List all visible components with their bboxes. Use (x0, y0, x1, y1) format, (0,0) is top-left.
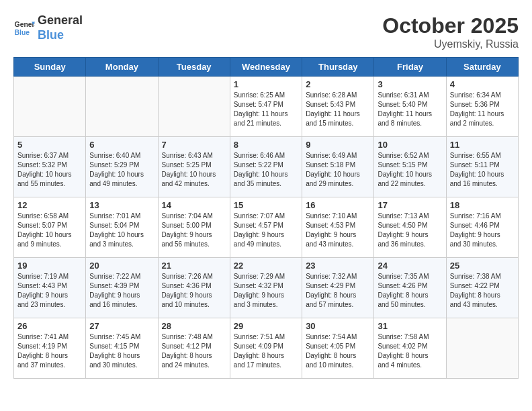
day-number: 21 (162, 261, 226, 271)
day-info: Sunrise: 7:54 AM Sunset: 4:05 PM Dayligh… (306, 332, 370, 370)
day-number: 23 (306, 261, 370, 271)
weekday-header: Sunday (14, 58, 86, 77)
calendar-cell: 7Sunrise: 6:43 AM Sunset: 5:25 PM Daylig… (158, 137, 230, 197)
calendar-cell: 13Sunrise: 7:01 AM Sunset: 5:04 PM Dayli… (86, 197, 158, 258)
day-info: Sunrise: 6:40 AM Sunset: 5:29 PM Dayligh… (89, 151, 154, 189)
day-number: 25 (450, 261, 515, 271)
day-info: Sunrise: 6:58 AM Sunset: 5:07 PM Dayligh… (17, 212, 82, 249)
calendar-cell (14, 77, 86, 137)
day-number: 28 (162, 321, 226, 331)
calendar-cell: 21Sunrise: 7:26 AM Sunset: 4:36 PM Dayli… (158, 258, 230, 318)
day-info: Sunrise: 7:07 AM Sunset: 4:57 PM Dayligh… (234, 212, 298, 249)
weekday-header: Tuesday (158, 58, 230, 77)
logo-icon: General Blue (13, 17, 35, 39)
day-number: 1 (234, 79, 298, 89)
day-number: 5 (17, 140, 82, 150)
day-info: Sunrise: 7:32 AM Sunset: 4:29 PM Dayligh… (306, 272, 370, 310)
calendar-cell: 28Sunrise: 7:48 AM Sunset: 4:12 PM Dayli… (158, 318, 230, 379)
day-number: 6 (89, 140, 154, 150)
calendar-cell: 26Sunrise: 7:41 AM Sunset: 4:19 PM Dayli… (14, 318, 86, 379)
day-info: Sunrise: 6:46 AM Sunset: 5:22 PM Dayligh… (234, 151, 298, 189)
day-info: Sunrise: 7:29 AM Sunset: 4:32 PM Dayligh… (234, 272, 298, 310)
day-info: Sunrise: 6:37 AM Sunset: 5:32 PM Dayligh… (17, 151, 82, 189)
calendar-cell: 24Sunrise: 7:35 AM Sunset: 4:26 PM Dayli… (374, 258, 446, 318)
weekday-header: Wednesday (230, 58, 302, 77)
weekday-header: Saturday (446, 58, 518, 77)
day-number: 17 (378, 200, 442, 210)
weekday-header: Thursday (302, 58, 374, 77)
calendar-cell (158, 77, 230, 137)
location-subtitle: Uyemskiy, Russia (382, 38, 519, 50)
month-title: October 2025 (382, 13, 519, 38)
page-header: General Blue General Blue October 2025 U… (13, 13, 519, 50)
day-info: Sunrise: 7:04 AM Sunset: 5:00 PM Dayligh… (162, 212, 226, 249)
calendar-cell: 25Sunrise: 7:38 AM Sunset: 4:22 PM Dayli… (446, 258, 518, 318)
svg-text:General: General (15, 21, 35, 28)
day-info: Sunrise: 7:19 AM Sunset: 4:43 PM Dayligh… (17, 272, 82, 310)
title-block: October 2025 Uyemskiy, Russia (382, 13, 519, 50)
calendar-cell (86, 77, 158, 137)
day-number: 31 (378, 321, 442, 331)
day-number: 8 (234, 140, 298, 150)
day-number: 10 (378, 140, 442, 150)
day-info: Sunrise: 7:26 AM Sunset: 4:36 PM Dayligh… (162, 272, 226, 310)
calendar-cell: 31Sunrise: 7:58 AM Sunset: 4:02 PM Dayli… (374, 318, 446, 379)
day-info: Sunrise: 7:41 AM Sunset: 4:19 PM Dayligh… (17, 332, 82, 370)
day-info: Sunrise: 6:55 AM Sunset: 5:11 PM Dayligh… (450, 151, 515, 189)
svg-text:Blue: Blue (15, 28, 30, 36)
day-number: 18 (450, 200, 515, 210)
day-info: Sunrise: 6:34 AM Sunset: 5:36 PM Dayligh… (450, 91, 515, 128)
calendar-cell: 17Sunrise: 7:13 AM Sunset: 4:50 PM Dayli… (374, 197, 446, 258)
calendar-cell: 12Sunrise: 6:58 AM Sunset: 5:07 PM Dayli… (14, 197, 86, 258)
day-info: Sunrise: 6:31 AM Sunset: 5:40 PM Dayligh… (378, 91, 442, 128)
calendar-cell: 4Sunrise: 6:34 AM Sunset: 5:36 PM Daylig… (446, 77, 518, 137)
day-info: Sunrise: 6:49 AM Sunset: 5:18 PM Dayligh… (306, 151, 370, 189)
day-number: 3 (378, 79, 442, 89)
calendar-table: SundayMondayTuesdayWednesdayThursdayFrid… (13, 57, 519, 379)
day-number: 22 (234, 261, 298, 271)
calendar-cell: 9Sunrise: 6:49 AM Sunset: 5:18 PM Daylig… (302, 137, 374, 197)
day-number: 29 (234, 321, 298, 331)
calendar-cell: 19Sunrise: 7:19 AM Sunset: 4:43 PM Dayli… (14, 258, 86, 318)
day-info: Sunrise: 7:35 AM Sunset: 4:26 PM Dayligh… (378, 272, 442, 310)
day-number: 12 (17, 200, 82, 210)
day-number: 11 (450, 140, 515, 150)
calendar-header: SundayMondayTuesdayWednesdayThursdayFrid… (14, 58, 519, 77)
calendar-cell: 27Sunrise: 7:45 AM Sunset: 4:15 PM Dayli… (86, 318, 158, 379)
day-info: Sunrise: 6:52 AM Sunset: 5:15 PM Dayligh… (378, 151, 442, 189)
calendar-week-row: 12Sunrise: 6:58 AM Sunset: 5:07 PM Dayli… (14, 197, 519, 258)
calendar-cell: 14Sunrise: 7:04 AM Sunset: 5:00 PM Dayli… (158, 197, 230, 258)
logo-text: General Blue (38, 13, 83, 42)
calendar-cell: 11Sunrise: 6:55 AM Sunset: 5:11 PM Dayli… (446, 137, 518, 197)
day-info: Sunrise: 7:22 AM Sunset: 4:39 PM Dayligh… (89, 272, 154, 310)
day-number: 7 (162, 140, 226, 150)
calendar-cell: 18Sunrise: 7:16 AM Sunset: 4:46 PM Dayli… (446, 197, 518, 258)
logo: General Blue General Blue (13, 13, 83, 42)
calendar-cell: 20Sunrise: 7:22 AM Sunset: 4:39 PM Dayli… (86, 258, 158, 318)
calendar-week-row: 5Sunrise: 6:37 AM Sunset: 5:32 PM Daylig… (14, 137, 519, 197)
day-info: Sunrise: 7:58 AM Sunset: 4:02 PM Dayligh… (378, 332, 442, 370)
weekday-header: Friday (374, 58, 446, 77)
calendar-cell: 23Sunrise: 7:32 AM Sunset: 4:29 PM Dayli… (302, 258, 374, 318)
day-number: 14 (162, 200, 226, 210)
day-number: 15 (234, 200, 298, 210)
day-info: Sunrise: 7:01 AM Sunset: 5:04 PM Dayligh… (89, 212, 154, 249)
weekday-row: SundayMondayTuesdayWednesdayThursdayFrid… (14, 58, 519, 77)
day-number: 2 (306, 79, 370, 89)
day-info: Sunrise: 7:51 AM Sunset: 4:09 PM Dayligh… (234, 332, 298, 370)
calendar-cell: 8Sunrise: 6:46 AM Sunset: 5:22 PM Daylig… (230, 137, 302, 197)
calendar-cell: 1Sunrise: 6:25 AM Sunset: 5:47 PM Daylig… (230, 77, 302, 137)
calendar-cell: 2Sunrise: 6:28 AM Sunset: 5:43 PM Daylig… (302, 77, 374, 137)
calendar-cell: 3Sunrise: 6:31 AM Sunset: 5:40 PM Daylig… (374, 77, 446, 137)
day-number: 19 (17, 261, 82, 271)
calendar-cell: 10Sunrise: 6:52 AM Sunset: 5:15 PM Dayli… (374, 137, 446, 197)
day-info: Sunrise: 7:13 AM Sunset: 4:50 PM Dayligh… (378, 212, 442, 249)
calendar-cell: 29Sunrise: 7:51 AM Sunset: 4:09 PM Dayli… (230, 318, 302, 379)
day-number: 24 (378, 261, 442, 271)
day-number: 13 (89, 200, 154, 210)
calendar-cell: 6Sunrise: 6:40 AM Sunset: 5:29 PM Daylig… (86, 137, 158, 197)
day-number: 9 (306, 140, 370, 150)
day-info: Sunrise: 6:25 AM Sunset: 5:47 PM Dayligh… (234, 91, 298, 128)
day-info: Sunrise: 7:45 AM Sunset: 4:15 PM Dayligh… (89, 332, 154, 370)
day-number: 27 (89, 321, 154, 331)
